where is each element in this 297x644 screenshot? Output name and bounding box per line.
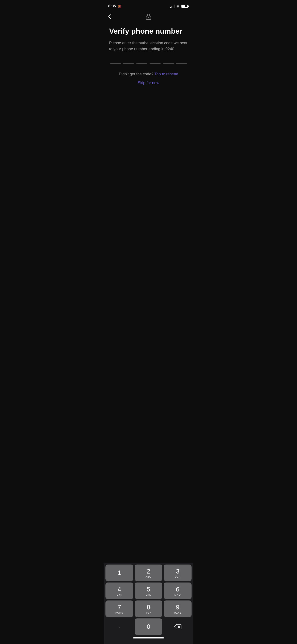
back-button[interactable] [108, 14, 111, 19]
status-icons [170, 4, 189, 8]
battery-icon [182, 4, 189, 8]
signal-icon [170, 4, 174, 8]
skip-for-now-link[interactable]: Skip for now [138, 80, 159, 85]
code-slot-2 [123, 63, 134, 64]
bell-slash-icon: 🔕 [118, 4, 121, 8]
code-input-slots [109, 63, 188, 64]
lock-icon [145, 13, 152, 20]
main-content: Verify phone number Please enter the aut… [104, 22, 194, 85]
code-slot-5 [163, 63, 174, 64]
time-display: 8:35 [108, 4, 116, 8]
status-time: 8:35 🔕 [108, 4, 121, 8]
code-slot-6 [176, 63, 187, 64]
resend-prefix: Didn't get the code? [119, 72, 154, 76]
subtitle: Please enter the authentication code we … [109, 40, 188, 52]
svg-point-1 [148, 17, 149, 18]
code-slot-3 [136, 63, 147, 64]
page-title: Verify phone number [109, 27, 188, 36]
resend-row: Didn't get the code? Tap to resend [109, 72, 188, 76]
tap-to-resend-link[interactable]: Tap to resend [154, 72, 178, 76]
wifi-icon [176, 5, 180, 8]
nav-bar [104, 11, 194, 22]
skip-row: Skip for now [109, 80, 188, 85]
code-slot-4 [150, 63, 161, 64]
code-slot-1 [110, 63, 121, 64]
status-bar: 8:35 🔕 [104, 0, 194, 11]
